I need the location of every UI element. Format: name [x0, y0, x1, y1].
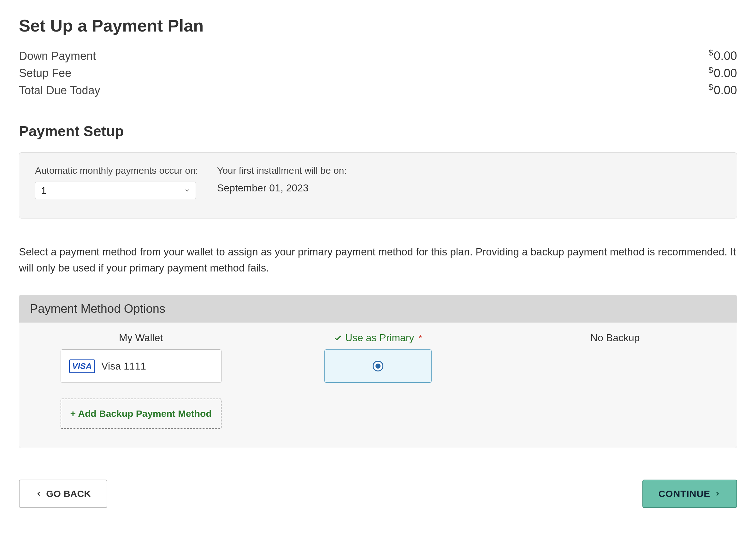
page-title: Set Up a Payment Plan: [19, 16, 737, 35]
first-installment-label: Your first installment will be on:: [217, 165, 347, 176]
first-installment-date: September 01, 2023: [217, 182, 347, 194]
down-payment-row: Down Payment $0.00: [19, 48, 737, 63]
check-icon: [334, 334, 342, 342]
auto-payment-day-select[interactable]: 1: [35, 182, 196, 199]
primary-radio-cell[interactable]: [324, 349, 432, 383]
divider: [0, 110, 756, 110]
setup-fee-amount: $0.00: [709, 65, 737, 80]
continue-button[interactable]: CONTINUE: [642, 480, 737, 508]
help-text: Select a payment method from your wallet…: [19, 244, 737, 276]
total-due-amount: $0.00: [709, 82, 737, 97]
total-due-label: Total Due Today: [19, 84, 100, 97]
primary-column-header: Use as Primary *: [334, 332, 422, 349]
required-asterisk: *: [419, 333, 423, 343]
payment-setup-title: Payment Setup: [19, 123, 737, 140]
total-due-row: Total Due Today $0.00: [19, 82, 737, 97]
schedule-box: Automatic monthly payments occur on: 1 Y…: [19, 152, 737, 219]
go-back-button[interactable]: GO BACK: [19, 480, 107, 508]
use-as-primary-radio[interactable]: [373, 361, 383, 372]
chevron-right-icon: [714, 490, 721, 497]
visa-icon: VISA: [69, 359, 95, 373]
down-payment-label: Down Payment: [19, 49, 96, 63]
add-backup-button[interactable]: + Add Backup Payment Method: [61, 399, 221, 429]
down-payment-amount: $0.00: [709, 48, 737, 63]
payment-method-box: Payment Method Options My Wallet Use as …: [19, 295, 737, 448]
chevron-left-icon: [35, 490, 42, 497]
auto-payment-label: Automatic monthly payments occur on:: [35, 165, 198, 176]
payment-method-header: Payment Method Options: [19, 295, 737, 323]
backup-column-header: No Backup: [590, 332, 640, 349]
wallet-column-header: My Wallet: [119, 332, 163, 349]
setup-fee-row: Setup Fee $0.00: [19, 65, 737, 80]
card-label: Visa 1111: [101, 360, 146, 372]
setup-fee-label: Setup Fee: [19, 66, 71, 80]
wallet-card[interactable]: VISA Visa 1111: [61, 349, 221, 383]
